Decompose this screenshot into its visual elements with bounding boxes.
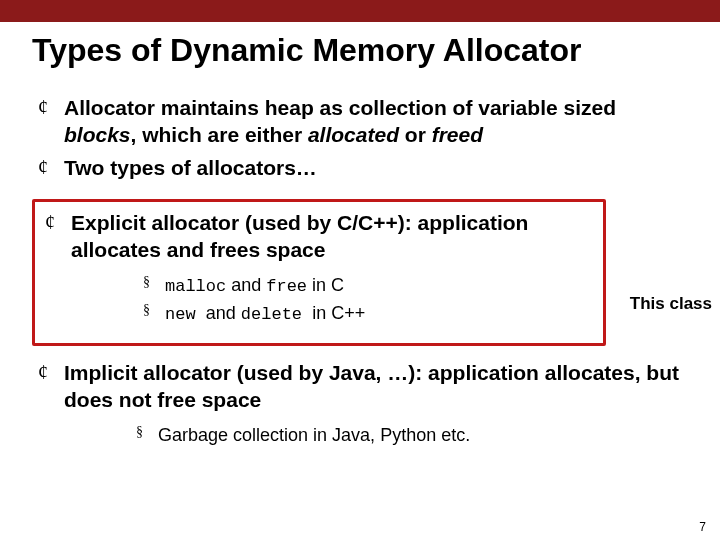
slide: Types of Dynamic Memory Allocator Alloca… — [0, 0, 720, 540]
highlighted-box: Explicit allocator (used by C/C++): appl… — [32, 199, 606, 346]
callout-this-class: This class — [630, 294, 712, 314]
code-delete: delete — [241, 305, 312, 324]
implicit-sublist: Garbage collection in Java, Python etc. — [136, 422, 688, 448]
sub-malloc-free: malloc and free in C — [143, 272, 599, 300]
sub-new-delete: new and delete in C++ — [143, 300, 599, 328]
em-freed: freed — [432, 123, 483, 146]
bullet-2: Two types of allocators… — [32, 155, 688, 182]
em-allocated: allocated — [308, 123, 399, 146]
explicit-list: Explicit allocator (used by C/C++): appl… — [39, 210, 599, 327]
text: Explicit allocator (used by C/C++): appl… — [71, 211, 528, 261]
text: and — [226, 275, 266, 295]
explicit-sublist: malloc and free in C new and delete in C… — [143, 272, 599, 327]
slide-title: Types of Dynamic Memory Allocator — [32, 32, 688, 69]
sub-gc: Garbage collection in Java, Python etc. — [136, 422, 688, 448]
text: in C++ — [312, 303, 365, 323]
slide-body: Types of Dynamic Memory Allocator Alloca… — [0, 32, 720, 448]
intro-list: Allocator maintains heap as collection o… — [32, 95, 688, 182]
code-new: new — [165, 305, 206, 324]
text: Allocator maintains heap as collection o… — [64, 96, 616, 119]
text: in C — [307, 275, 344, 295]
text: , which are either — [131, 123, 308, 146]
header-bar — [0, 0, 720, 22]
bullet-1: Allocator maintains heap as collection o… — [32, 95, 688, 149]
implicit-list: Implicit allocator (used by Java, …): ap… — [32, 360, 688, 448]
code-free: free — [266, 277, 307, 296]
text: Implicit allocator (used by Java, …): ap… — [64, 361, 679, 411]
bullet-explicit: Explicit allocator (used by C/C++): appl… — [39, 210, 599, 327]
bullet-implicit: Implicit allocator (used by Java, …): ap… — [32, 360, 688, 448]
code-malloc: malloc — [165, 277, 226, 296]
text: or — [399, 123, 432, 146]
em-blocks: blocks — [64, 123, 131, 146]
page-number: 7 — [699, 520, 706, 534]
text: and — [206, 303, 241, 323]
